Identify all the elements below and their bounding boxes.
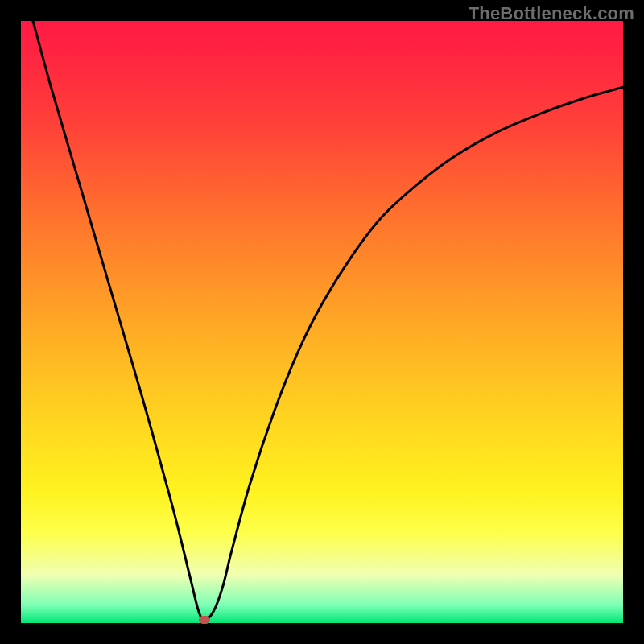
plot-area [21,21,623,623]
watermark-text: TheBottleneck.com [469,3,634,24]
bottleneck-curve [21,21,623,623]
chart-frame: TheBottleneck.com [0,0,644,644]
optimum-marker [199,616,210,624]
